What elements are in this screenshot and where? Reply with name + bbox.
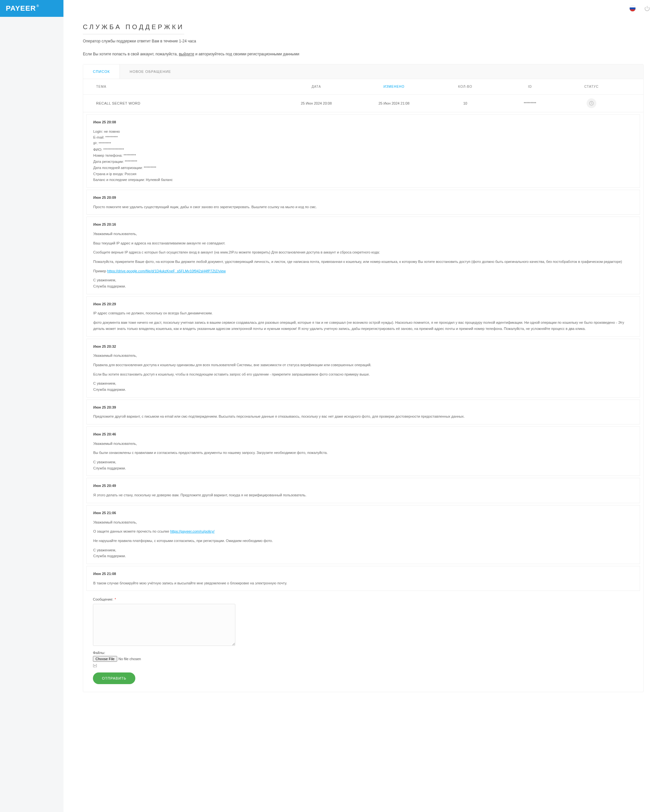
add-file-link[interactable]: [+] bbox=[93, 663, 97, 667]
message-line: E-mail: ********* bbox=[93, 134, 633, 141]
message-timestamp: Июн 25 20:39 bbox=[93, 404, 633, 411]
message-paragraph: Уважаемый пользователь, bbox=[93, 519, 633, 526]
page-title: СЛУЖБА ПОДДЕРЖКИ bbox=[83, 23, 184, 34]
login-note-pre: Если Вы хотите попасть в свой аккаунт, п… bbox=[83, 52, 179, 56]
clock-icon bbox=[587, 99, 596, 108]
message-line: Страна и ip входа: Россия bbox=[93, 171, 633, 177]
message-paragraph: IP адрес совпадать не должен, поскольку … bbox=[93, 310, 633, 316]
logout-link[interactable]: выйдите bbox=[179, 52, 194, 56]
required-star: * bbox=[115, 597, 116, 601]
reply-label-text: Сообщение: bbox=[93, 597, 113, 601]
message-link-label: Пример bbox=[93, 269, 107, 273]
ticket-table-head: ТЕМА ДАТА ИЗМЕНЕНО КОЛ-ВО ID СТАТУС bbox=[83, 79, 643, 95]
th-changed[interactable]: ИЗМЕНЕНО bbox=[355, 85, 433, 88]
message-paragraph: Я этого делать не стану, поскольку не до… bbox=[93, 492, 633, 498]
message-paragraph: Правила для восстановления доступа к кош… bbox=[93, 362, 633, 368]
message: Июн 25 20:46Уважаемый пользователь,Вы бы… bbox=[86, 426, 640, 476]
file-input[interactable] bbox=[93, 656, 160, 662]
login-note-post: и авторизуйтесь под своими регистрационн… bbox=[194, 52, 299, 56]
message-timestamp: Июн 25 20:46 bbox=[93, 431, 633, 437]
message-closing: С уважением, bbox=[93, 380, 633, 387]
message: Июн 25 20:32Уважаемый пользователь,Прави… bbox=[86, 339, 640, 398]
message-timestamp: Июн 25 21:06 bbox=[93, 510, 633, 516]
logo[interactable]: PAYEER® bbox=[0, 0, 63, 17]
message-line: Баланс и последние операции: Нулевой бал… bbox=[93, 177, 633, 183]
th-status: СТАТУС bbox=[562, 85, 621, 88]
ticket-theme: RECALL SECRET WORD bbox=[96, 101, 277, 105]
message-timestamp: Июн 25 20:49 bbox=[93, 483, 633, 489]
files-label: Файлы: bbox=[93, 651, 634, 655]
message-timestamp: Июн 25 21:08 bbox=[93, 571, 633, 577]
message-paragraph: Просто помогите мне удалить существующий… bbox=[93, 204, 633, 210]
sidebar: PAYEER® bbox=[0, 0, 63, 812]
reply-label: Сообщение:* bbox=[93, 597, 634, 601]
th-qty: КОЛ-ВО bbox=[433, 85, 498, 88]
message-closing: Служба поддержки. bbox=[93, 283, 633, 290]
tab-list[interactable]: СПИСОК bbox=[83, 65, 120, 79]
ticket-id: ********* bbox=[498, 101, 562, 105]
message-paragraph: Вы были ознакомлены с правилами и соглас… bbox=[93, 450, 633, 456]
language-flag-ru-icon[interactable] bbox=[629, 5, 636, 12]
message-line: Дата последней авторизации: ********* bbox=[93, 165, 633, 171]
messages: Июн 25 20:08Login: не помнюE-mail: *****… bbox=[83, 114, 643, 591]
message-timestamp: Июн 25 20:32 bbox=[93, 343, 633, 350]
th-id: ID bbox=[498, 85, 562, 88]
message-closing: Служба поддержки. bbox=[93, 465, 633, 471]
message-paragraph: Уважаемый пользователь, bbox=[93, 441, 633, 447]
message-link-label: О защите данных можете прочесть по ссылк… bbox=[93, 529, 170, 533]
message: Июн 25 20:09Просто помогите мне удалить … bbox=[86, 190, 640, 215]
message-link-line: Пример https://drive.google.com/file/d/1… bbox=[93, 268, 633, 274]
ticket-row[interactable]: RECALL SECRET WORD 25 Июн 2024 20:08 25 … bbox=[83, 95, 643, 112]
topbar bbox=[63, 0, 663, 17]
message-line: ФИО: *************** bbox=[93, 147, 633, 153]
ticket-changed: 25 Июн 2024 21:08 bbox=[355, 101, 433, 105]
ticket-date: 25 Июн 2024 20:08 bbox=[277, 101, 355, 105]
message-line: Login: не помню bbox=[93, 129, 633, 135]
message-link[interactable]: https://drive.google.com/file/d/1D4ukzKn… bbox=[107, 269, 226, 273]
ticket-status bbox=[562, 99, 621, 108]
message-paragraph: Уважаемый пользователь, bbox=[93, 353, 633, 359]
message-paragraph: Предложите другой вариант, с письмом на … bbox=[93, 413, 633, 420]
reply-area: Сообщение:* Файлы: [+] ОТПРАВИТЬ bbox=[86, 593, 640, 692]
message-paragraph: Ваш текущий IP адрес и адреса на восстан… bbox=[93, 240, 633, 246]
message: Июн 25 20:29IP адрес совпадать не должен… bbox=[86, 296, 640, 337]
message-paragraph: Не нарушайте правила платформы, с которы… bbox=[93, 538, 633, 544]
message-timestamp: Июн 25 20:16 bbox=[93, 222, 633, 228]
page-subtitle: Оператор службы поддержки ответит Вам в … bbox=[83, 39, 644, 44]
ticket-qty: 10 bbox=[433, 101, 498, 105]
message-closing: С уважением, bbox=[93, 459, 633, 465]
main: СЛУЖБА ПОДДЕРЖКИ Оператор службы поддерж… bbox=[63, 0, 663, 812]
message: Июн 25 21:06Уважаемый пользователь,О защ… bbox=[86, 505, 640, 564]
submit-button[interactable]: ОТПРАВИТЬ bbox=[93, 673, 135, 684]
tab-new[interactable]: НОВОЕ ОБРАЩЕНИЕ bbox=[120, 65, 181, 79]
content: СЛУЖБА ПОДДЕРЖКИ Оператор службы поддерж… bbox=[63, 17, 663, 692]
message: Июн 25 20:39Предложите другой вариант, с… bbox=[86, 400, 640, 424]
message-line: Дата регистрации: ********* bbox=[93, 159, 633, 165]
message-timestamp: Июн 25 20:08 bbox=[93, 119, 633, 125]
message-timestamp: Июн 25 20:09 bbox=[93, 194, 633, 201]
logout-icon[interactable] bbox=[644, 5, 650, 11]
message-paragraph: В таком случае блокируйте мою учётную за… bbox=[93, 580, 633, 586]
ticket-panel: СПИСОК НОВОЕ ОБРАЩЕНИЕ ТЕМА ДАТА ИЗМЕНЕН… bbox=[83, 64, 644, 692]
message-closing: С уважением, bbox=[93, 277, 633, 283]
message-paragraph: Сообщите верные IP адреса с которых был … bbox=[93, 249, 633, 256]
reply-textarea[interactable] bbox=[93, 604, 235, 646]
message: Июн 25 20:16Уважаемый пользователь,Ваш т… bbox=[86, 217, 640, 294]
message: Июн 25 20:08Login: не помнюE-mail: *****… bbox=[86, 114, 640, 188]
message-timestamp: Июн 25 20:29 bbox=[93, 301, 633, 307]
tabs: СПИСОК НОВОЕ ОБРАЩЕНИЕ bbox=[83, 65, 643, 79]
message-line: Номер телефона: ********* bbox=[93, 152, 633, 159]
message-paragraph: Если Вы хотите восстановить доступ к кош… bbox=[93, 371, 633, 377]
th-date: ДАТА bbox=[277, 85, 355, 88]
message: Июн 25 21:08В таком случае блокируйте мо… bbox=[86, 566, 640, 591]
login-note: Если Вы хотите попасть в свой аккаунт, п… bbox=[83, 52, 644, 56]
th-theme: ТЕМА bbox=[96, 85, 277, 88]
logo-text: PAYEER bbox=[6, 4, 36, 13]
message: Июн 25 20:49Я этого делать не стану, пос… bbox=[86, 478, 640, 503]
message-closing: Служба поддержки. bbox=[93, 553, 633, 559]
message-paragraph: фото документа вам тоже ничего не даст, … bbox=[93, 320, 633, 332]
message-paragraph: Уважаемый пользователь, bbox=[93, 231, 633, 237]
file-row bbox=[93, 656, 634, 662]
message-link[interactable]: https://payeer.com/ru/policy/ bbox=[170, 529, 215, 533]
message-closing: Служба поддержки. bbox=[93, 387, 633, 393]
